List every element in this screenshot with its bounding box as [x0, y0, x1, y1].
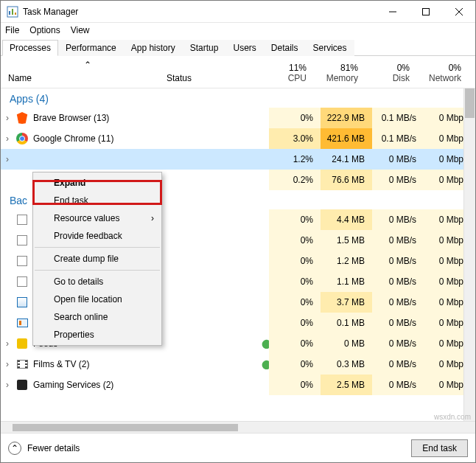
tab-performance[interactable]: Performance	[58, 40, 124, 56]
process-row-selected[interactable]: › 1.2% 24.1 MB 0 MB/s 0 Mbps	[1, 149, 475, 170]
fod-icon	[15, 316, 29, 330]
films-icon	[15, 358, 29, 371]
context-resource-values[interactable]: Resource values	[35, 209, 160, 227]
feeds-icon	[15, 337, 29, 350]
svg-rect-5	[422, 8, 429, 15]
context-open-file-location[interactable]: Open file location	[35, 290, 160, 308]
context-end-task[interactable]: End task	[35, 192, 160, 209]
header-name[interactable]: ⌃ Name	[1, 60, 167, 88]
cell-mem: 76.6 MB	[321, 170, 372, 190]
cell-disk: 0 MB/s	[372, 170, 424, 190]
context-expand[interactable]: Expand	[35, 174, 160, 192]
header-status[interactable]: Status	[167, 73, 262, 88]
scroll-thumb[interactable]	[465, 88, 475, 118]
cell-cpu: 1.2%	[269, 149, 321, 170]
generic-app-icon	[15, 296, 29, 309]
expand-icon[interactable]: ›	[1, 154, 10, 164]
window-title: Task Manager	[23, 7, 376, 17]
cell-mem: 24.1 MB	[321, 149, 372, 170]
context-menu: Expand End task Resource values Provide …	[32, 172, 162, 346]
maximize-button[interactable]	[409, 1, 442, 22]
cell-disk: 0.1 MB/s	[372, 108, 424, 128]
cell-disk: 0 MB/s	[372, 149, 424, 170]
generic-app-icon	[15, 254, 29, 268]
tab-users[interactable]: Users	[225, 40, 263, 56]
window-controls	[376, 1, 475, 22]
generic-app-icon	[15, 213, 29, 226]
horizontal-scrollbar[interactable]	[1, 421, 475, 433]
expand-icon[interactable]: ›	[1, 338, 10, 349]
generic-app-icon	[15, 234, 29, 247]
gaming-icon	[15, 378, 29, 391]
menu-file[interactable]: File	[5, 25, 19, 35]
separator	[35, 247, 160, 248]
footer: ⌃ Fewer details End task	[1, 433, 475, 462]
expand-icon[interactable]: ›	[1, 359, 10, 369]
svg-rect-3	[15, 13, 16, 15]
menu-options[interactable]: Options	[29, 25, 60, 35]
process-row-films[interactable]: › Films & TV (2) ⬤ 0% 0.3 MB 0 MB/s 0 Mb…	[1, 354, 475, 375]
chrome-icon	[15, 132, 29, 145]
close-button[interactable]	[442, 1, 475, 22]
app-icon	[7, 6, 18, 18]
task-manager-window: Task Manager File Options View Processes…	[0, 0, 476, 463]
minimize-button[interactable]	[376, 1, 409, 22]
context-provide-feedback[interactable]: Provide feedback	[35, 227, 160, 245]
tab-services[interactable]: Services	[306, 40, 354, 56]
svg-rect-1	[9, 11, 10, 15]
end-task-button[interactable]: End task	[411, 439, 468, 457]
process-row-brave[interactable]: › Brave Browser (13) 0% 222.9 MB 0.1 MB/…	[1, 108, 475, 128]
cell-cpu: 0.2%	[269, 170, 321, 190]
expand-icon[interactable]: ›	[1, 380, 10, 390]
process-row-gaming[interactable]: › Gaming Services (2) 0% 2.5 MB 0 MB/s 0…	[1, 375, 475, 395]
tab-startup[interactable]: Startup	[183, 40, 226, 56]
context-properties[interactable]: Properties	[35, 326, 160, 344]
group-apps[interactable]: Apps (4)	[1, 88, 475, 108]
cell-mem: 421.6 MB	[321, 128, 372, 149]
process-row-chrome[interactable]: › Google Chrome (11) 3.0% 421.6 MB 0.1 M…	[1, 128, 475, 149]
sort-indicator-icon: ⌃	[8, 60, 167, 73]
leaf-icon: ⬤	[259, 338, 269, 349]
app-icon	[15, 153, 29, 166]
column-headers: ⌃ Name Status 11%CPU 81%Memory 0%Disk 0%…	[1, 56, 475, 88]
menu-view[interactable]: View	[71, 25, 90, 35]
vertical-scrollbar[interactable]	[463, 88, 475, 421]
separator	[35, 270, 160, 271]
context-create-dump[interactable]: Create dump file	[35, 250, 160, 268]
context-search-online[interactable]: Search online	[35, 308, 160, 326]
menubar: File Options View	[1, 23, 475, 38]
header-disk[interactable]: 0%Disk	[365, 63, 417, 88]
header-cpu[interactable]: 11%CPU	[262, 63, 314, 88]
tab-processes[interactable]: Processes	[2, 40, 58, 56]
cell-mem: 222.9 MB	[321, 108, 372, 128]
tabstrip: Processes Performance App history Startu…	[1, 39, 475, 56]
header-network[interactable]: 0%Network	[417, 63, 469, 88]
svg-rect-2	[12, 9, 13, 15]
chevron-up-icon: ⌃	[8, 442, 21, 455]
expand-icon[interactable]: ›	[1, 113, 10, 123]
tab-app-history[interactable]: App history	[124, 40, 183, 56]
expand-icon[interactable]: ›	[1, 133, 10, 144]
generic-app-icon	[15, 275, 29, 288]
watermark: wsxdn.com	[434, 413, 471, 421]
titlebar: Task Manager	[1, 1, 475, 23]
brave-icon	[15, 111, 29, 125]
cell-disk: 0.1 MB/s	[372, 128, 424, 149]
cell-cpu: 3.0%	[269, 128, 321, 149]
scroll-thumb[interactable]	[13, 424, 238, 431]
header-memory[interactable]: 81%Memory	[314, 63, 365, 88]
leaf-icon: ⬤	[259, 359, 269, 369]
context-go-to-details[interactable]: Go to details	[35, 273, 160, 290]
tab-details[interactable]: Details	[264, 40, 306, 56]
cell-cpu: 0%	[269, 108, 321, 128]
fewer-details-button[interactable]: ⌃ Fewer details	[8, 442, 80, 455]
